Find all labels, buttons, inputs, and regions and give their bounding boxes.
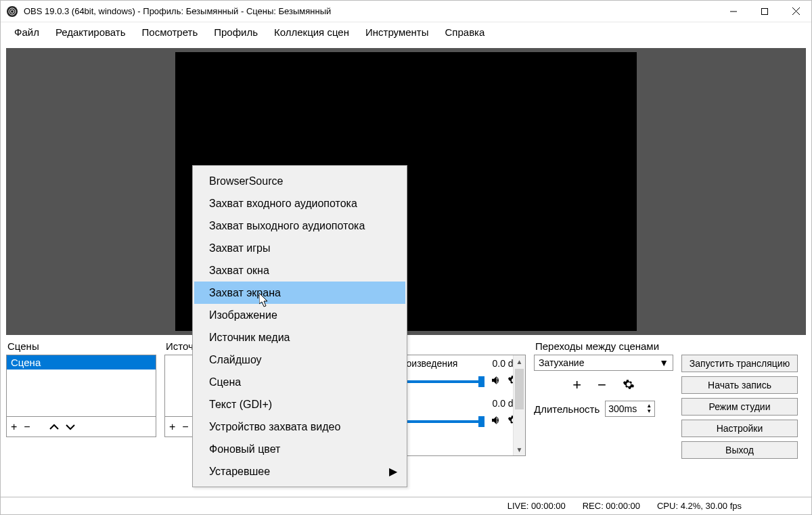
menu-view[interactable]: Посмотреть (134, 24, 206, 41)
controls-panel: . Запустить трансляцию Начать запись Реж… (681, 338, 798, 463)
start-stream-button[interactable]: Запустить трансляцию (681, 355, 798, 372)
duration-spinbox[interactable]: 300ms ▲▼ (605, 401, 655, 417)
ctx-item-scene[interactable]: Сцена (194, 371, 405, 393)
duration-label: Длительность (534, 403, 600, 415)
svg-point-0 (7, 6, 18, 17)
ctx-item-image[interactable]: Изображение (194, 304, 405, 326)
menu-scene-collection[interactable]: Коллекция сцен (266, 24, 357, 41)
window-titlebar: OBS 19.0.3 (64bit, windows) - Профиль: Б… (1, 1, 811, 22)
exit-button[interactable]: Выход (681, 441, 798, 459)
submenu-arrow-icon: ▶ (389, 465, 397, 478)
remove-source-icon[interactable]: − (182, 422, 188, 432)
duration-value: 300ms (608, 403, 637, 414)
add-source-context-menu: BrowserSource Захват входного аудиопоток… (192, 165, 407, 487)
ctx-item-display-capture[interactable]: Захват экрана (194, 282, 405, 304)
ctx-item-video-capture[interactable]: Устройство захвата видео (194, 416, 405, 438)
spinbox-arrows-icon[interactable]: ▲▼ (646, 403, 652, 414)
menu-profile[interactable]: Профиль (206, 24, 266, 41)
start-record-button[interactable]: Начать запись (681, 376, 798, 394)
ctx-item-browsersource[interactable]: BrowserSource (194, 170, 405, 192)
speaker-icon[interactable] (490, 414, 502, 428)
scene-item[interactable]: Сцена (7, 355, 156, 370)
window-controls (718, 1, 811, 22)
scenes-label: Сцены (7, 340, 156, 352)
speaker-icon[interactable] (490, 374, 502, 388)
mixer-scrollbar[interactable]: ▲ ▼ (513, 355, 525, 455)
status-cpu: CPU: 4.2%, 30.00 fps (649, 501, 750, 511)
status-live: LIVE: 00:00:00 (499, 501, 574, 511)
status-rec: REC: 00:00:00 (574, 501, 649, 511)
close-button[interactable] (780, 1, 811, 22)
menu-file[interactable]: Файл (6, 24, 47, 41)
add-transition-icon[interactable]: + (572, 376, 581, 394)
scenes-toolbar: + − (7, 416, 156, 436)
scroll-up-icon[interactable]: ▲ (514, 355, 525, 367)
obs-app-icon (6, 5, 18, 18)
ctx-item-deprecated-label: Устаревшее (209, 466, 270, 478)
ctx-item-text-gdi[interactable]: Текст (GDI+) (194, 393, 405, 416)
transitions-label: Переходы между сценами (535, 340, 673, 352)
menu-help[interactable]: Справка (437, 24, 493, 41)
ctx-item-color-source[interactable]: Фоновый цвет (194, 438, 405, 460)
scenes-panel: Сцены Сцена + − (6, 338, 156, 437)
dropdown-arrow-icon: ▼ (659, 357, 669, 368)
ctx-item-deprecated[interactable]: Устаревшее ▶ (194, 460, 405, 483)
window-title: OBS 19.0.3 (64bit, windows) - Профиль: Б… (24, 6, 718, 16)
scene-down-icon[interactable] (66, 422, 75, 432)
add-source-icon[interactable]: + (169, 422, 175, 432)
ctx-item-game-capture[interactable]: Захват игры (194, 237, 405, 259)
transition-settings-icon[interactable] (623, 378, 635, 393)
status-bar: LIVE: 00:00:00 REC: 00:00:00 CPU: 4.2%, … (1, 497, 811, 514)
ctx-item-audio-input[interactable]: Захват входного аудиопотока (194, 192, 405, 215)
menu-tools[interactable]: Инструменты (357, 24, 437, 41)
ctx-item-window-capture[interactable]: Захват окна (194, 259, 405, 282)
transition-selected: Затухание (539, 357, 584, 368)
menu-edit[interactable]: Редактировать (47, 24, 134, 41)
ctx-item-media-source[interactable]: Источник медиа (194, 326, 405, 349)
studio-mode-button[interactable]: Режим студии (681, 398, 798, 416)
scene-up-icon[interactable] (49, 422, 59, 432)
scenes-list[interactable]: Сцена + − (6, 355, 156, 437)
scroll-thumb[interactable] (515, 369, 524, 409)
settings-button[interactable]: Настройки (681, 420, 798, 437)
remove-scene-icon[interactable]: − (24, 422, 30, 432)
ctx-item-audio-output[interactable]: Захват выходного аудиопотока (194, 215, 405, 237)
maximize-button[interactable] (749, 1, 780, 22)
minimize-button[interactable] (718, 1, 749, 22)
scroll-down-icon[interactable]: ▼ (514, 443, 525, 455)
menu-bar: Файл Редактировать Посмотреть Профиль Ко… (1, 22, 811, 43)
ctx-item-slideshow[interactable]: Слайдшоу (194, 349, 405, 371)
remove-transition-icon[interactable]: − (597, 376, 606, 394)
svg-rect-4 (762, 8, 768, 14)
transitions-panel: Переходы между сценами Затухание ▼ + − Д… (534, 338, 673, 417)
transition-select[interactable]: Затухание ▼ (534, 355, 673, 371)
add-scene-icon[interactable]: + (11, 422, 17, 432)
